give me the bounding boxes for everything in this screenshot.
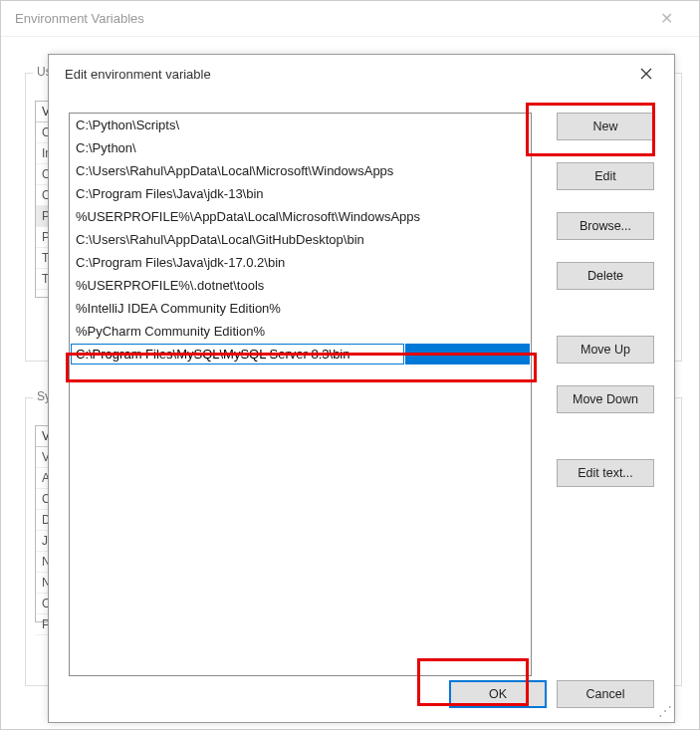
path-row[interactable]: C:\Python\Scripts\ [70,114,531,136]
cancel-button[interactable]: Cancel [557,680,654,708]
dialog-title: Edit environment variable [65,67,211,82]
path-row[interactable]: C:\Users\Rahul\AppData\Local\Microsoft\W… [70,159,531,182]
move-down-button[interactable]: Move Down [557,385,654,413]
bg-close-icon[interactable]: ✕ [648,5,685,32]
path-row[interactable]: %USERPROFILE%\AppData\Local\Microsoft\Wi… [70,205,531,228]
path-list[interactable]: C:\Python\Scripts\ C:\Python\ C:\Users\R… [69,113,532,676]
path-edit-input[interactable] [71,344,404,365]
path-row[interactable]: %USERPROFILE%\.dotnet\tools [70,274,531,297]
path-row[interactable]: %PyCharm Community Edition% [70,320,531,343]
path-row[interactable]: C:\Program Files\Java\jdk-17.0.2\bin [70,251,531,274]
ok-button[interactable]: OK [449,680,547,708]
path-row[interactable]: C:\Program Files\Java\jdk-13\bin [70,182,531,205]
close-button[interactable] [626,59,666,89]
path-row[interactable]: C:\Users\Rahul\AppData\Local\GitHubDeskt… [70,228,531,251]
path-edit-selection [405,344,530,365]
dialog-footer: OK Cancel [449,680,654,708]
delete-button[interactable]: Delete [557,262,654,290]
move-up-button[interactable]: Move Up [557,336,654,364]
edit-button[interactable]: Edit [557,162,654,190]
resize-grip-icon[interactable]: ⋰ [658,706,672,720]
edit-text-button[interactable]: Edit text... [557,459,654,487]
dialog-titlebar: Edit environment variable [49,55,674,93]
close-icon [640,68,652,80]
new-button[interactable]: New [557,113,654,140]
browse-button[interactable]: Browse... [557,212,654,240]
dialog-body: C:\Python\Scripts\ C:\Python\ C:\Users\R… [69,105,654,666]
button-column: New Edit Browse... Delete Move Up Move D… [557,113,654,495]
path-row[interactable]: %IntelliJ IDEA Community Edition% [70,297,531,320]
path-row[interactable]: C:\Python\ [70,136,531,159]
edit-env-dialog: Edit environment variable C:\Python\Scri… [48,54,675,723]
bg-titlebar: Environment Variables ✕ [1,1,699,37]
path-row-editing[interactable] [70,343,531,365]
bg-title: Environment Variables [15,11,144,26]
